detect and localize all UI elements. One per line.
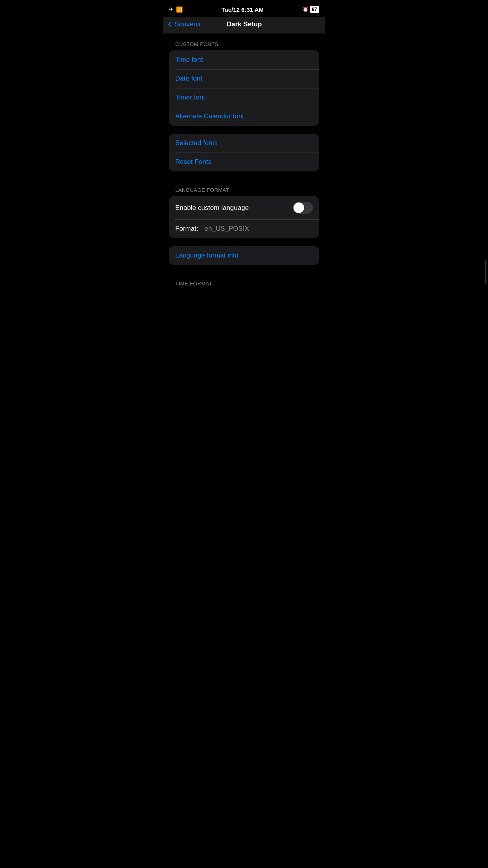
alternate-calendar-font-label: Alternate Calendar font xyxy=(175,112,244,120)
nav-bar: Souvenir Dark Setup xyxy=(163,17,325,33)
toggle-knob xyxy=(294,202,304,213)
page-title: Dark Setup xyxy=(227,20,262,28)
battery-indicator: 97 xyxy=(310,6,319,13)
time-font-item[interactable]: Time font xyxy=(169,50,319,69)
airplane-icon: ✈ xyxy=(169,6,174,13)
date-font-item[interactable]: Date font xyxy=(169,69,319,88)
font-actions-card: Selected fonts Reset Fonts xyxy=(169,134,319,171)
wifi-icon: 📶 xyxy=(176,6,183,13)
enable-custom-language-item[interactable]: Enable custom language xyxy=(169,196,319,219)
language-format-info-item[interactable]: Language format info xyxy=(169,246,319,265)
format-value: en_US_POSIX xyxy=(205,225,249,233)
time-font-label: Time font xyxy=(175,56,203,64)
reset-fonts-label: Reset Fonts xyxy=(175,158,211,166)
lock-icon: ⏰ xyxy=(303,7,308,12)
status-right: ⏰ 97 xyxy=(303,6,319,13)
format-row: Format: en_US_POSIX xyxy=(169,219,319,238)
time-format-section-header: TIME FORMAT xyxy=(169,273,319,290)
selected-fonts-item[interactable]: Selected fonts xyxy=(169,134,319,153)
enable-custom-language-toggle[interactable] xyxy=(293,202,313,214)
language-format-info-card: Language format info xyxy=(169,246,319,265)
status-bar: ✈ 📶 Tue/12 6:31 AM ⏰ 97 xyxy=(163,0,325,17)
language-format-section-header: LANGUAGE FORMAT xyxy=(169,179,319,196)
status-left: ✈ 📶 xyxy=(169,6,183,13)
status-time: Tue/12 6:31 AM xyxy=(222,6,264,13)
date-font-label: Date font xyxy=(175,75,202,83)
reset-fonts-item[interactable]: Reset Fonts xyxy=(169,153,319,171)
timer-font-item[interactable]: Timer font xyxy=(169,88,319,107)
selected-fonts-label: Selected fonts xyxy=(175,139,218,147)
main-content: CUSTOM FONTS Time font Date font Timer f… xyxy=(163,33,325,290)
alternate-calendar-font-item[interactable]: Alternate Calendar font xyxy=(169,107,319,126)
language-format-card: Enable custom language Format: en_US_POS… xyxy=(169,196,319,238)
enable-custom-language-label: Enable custom language xyxy=(175,204,249,212)
language-format-info-label: Language format info xyxy=(175,252,238,259)
format-label: Format: xyxy=(175,225,198,233)
back-button[interactable]: Souvenir xyxy=(169,20,201,28)
custom-fonts-card: Time font Date font Timer font Alternate… xyxy=(169,50,319,126)
back-label: Souvenir xyxy=(174,20,201,28)
custom-fonts-section-header: CUSTOM FONTS xyxy=(169,33,319,50)
chevron-left-icon xyxy=(168,22,174,27)
timer-font-label: Timer font xyxy=(175,94,205,101)
